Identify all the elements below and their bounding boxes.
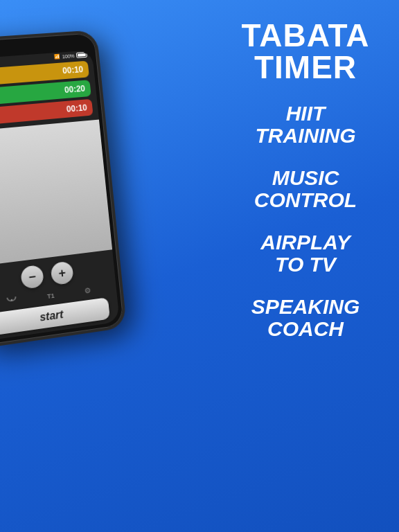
screen-inner: 📶 100% PREPARE 00:10 WORK 00:20 REST (0, 50, 120, 341)
battery-icon (76, 52, 87, 58)
title-line1: TABATA (242, 17, 370, 53)
main-display (0, 120, 112, 267)
wifi-icon: 📶 (54, 54, 61, 60)
timer-buttons: PREPARE 00:10 WORK 00:20 REST 00:10 (0, 58, 98, 129)
right-panel: TABATA TIMER HIIT TRAINING MUSIC CONTROL… (219, 0, 399, 532)
feature-hiit: HIIT TRAINING (226, 103, 385, 146)
minus-button[interactable]: − (20, 265, 44, 290)
app-title: TABATA TIMER (226, 19, 385, 83)
airplay-icon[interactable] (7, 296, 17, 307)
work-value: 00:20 (64, 84, 85, 95)
rest-value: 00:10 (66, 103, 87, 114)
feature-airplay: AIRPLAY TO TV (226, 231, 385, 275)
feature-music: MUSIC CONTROL (226, 167, 385, 211)
settings-icon[interactable]: ⚙ (84, 286, 91, 296)
prepare-value: 00:10 (62, 64, 84, 76)
feature-coach: SPEAKING COACH (226, 296, 385, 339)
plus-button[interactable]: + (50, 260, 73, 285)
title-line2: TIMER (254, 49, 357, 85)
t1-label[interactable]: T1 (46, 291, 55, 301)
start-label: start (39, 308, 64, 323)
battery-percent: 100% (62, 53, 75, 59)
display-background (0, 120, 112, 267)
